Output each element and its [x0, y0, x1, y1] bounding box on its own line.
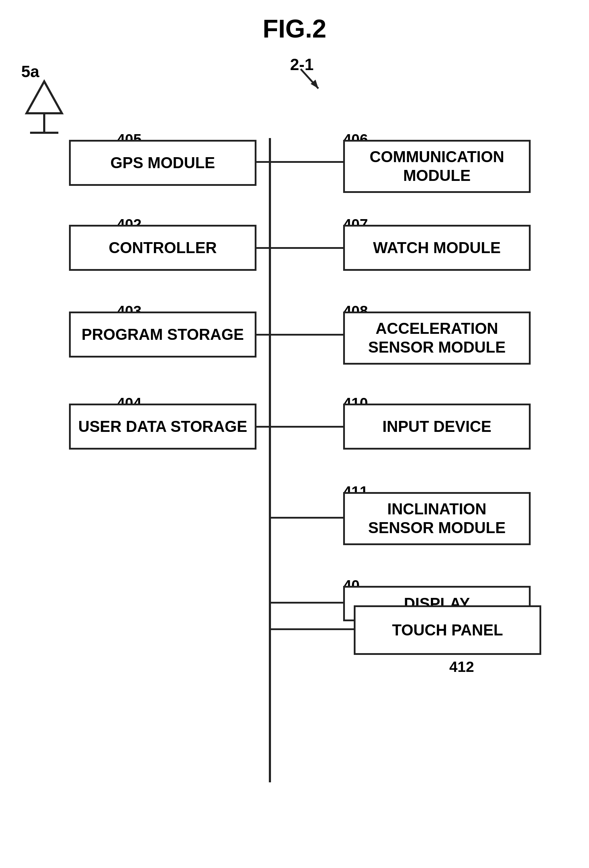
userdata-box: USER DATA STORAGE — [69, 403, 256, 450]
accel-module-label: ACCELERATIONSENSOR MODULE — [368, 319, 506, 357]
gps-module-box: GPS MODULE — [69, 140, 256, 186]
watch-bus-line — [270, 247, 343, 249]
userdata-label: USER DATA STORAGE — [78, 417, 247, 436]
comm-module-label: COMMUNICATIONMODULE — [370, 148, 504, 185]
program-bus-line — [256, 334, 271, 336]
accel-module-box: ACCELERATIONSENSOR MODULE — [343, 311, 531, 365]
comm-bus-line — [270, 161, 343, 163]
display-bus-line — [270, 602, 343, 604]
controller-bus-line — [256, 247, 271, 249]
program-storage-label: PROGRAM STORAGE — [82, 325, 244, 344]
controller-box: CONTROLLER — [69, 225, 256, 271]
figure-title: FIG.2 — [262, 14, 326, 43]
reference-arrow: 2-1 — [290, 55, 314, 74]
userdata-bus-line — [256, 426, 271, 428]
controller-label: CONTROLLER — [109, 239, 217, 257]
antenna-icon — [23, 78, 65, 134]
touch-ref: 412 — [449, 658, 474, 675]
watch-module-label: WATCH MODULE — [373, 239, 501, 257]
input-bus-line — [270, 426, 343, 428]
gps-bus-line — [256, 161, 271, 163]
watch-module-box: WATCH MODULE — [343, 225, 531, 271]
bus-line — [269, 138, 271, 782]
inclination-box: INCLINATIONSENSOR MODULE — [343, 492, 531, 545]
svg-marker-0 — [27, 81, 62, 113]
touch-panel-label: TOUCH PANEL — [392, 621, 503, 640]
gps-module-label: GPS MODULE — [110, 154, 215, 173]
touch-bus-line — [270, 628, 354, 630]
comm-module-box: COMMUNICATIONMODULE — [343, 140, 531, 193]
diagram: FIG.2 5a 2-1 405 GPS MODULE 406 COMMUNIC… — [0, 0, 589, 868]
program-storage-box: PROGRAM STORAGE — [69, 311, 256, 357]
touch-panel-box: TOUCH PANEL — [354, 605, 541, 655]
accel-bus-line — [270, 334, 343, 336]
inclination-bus-line — [270, 517, 343, 519]
inclination-label: INCLINATIONSENSOR MODULE — [368, 500, 506, 537]
input-device-label: INPUT DEVICE — [383, 417, 491, 436]
input-device-box: INPUT DEVICE — [343, 403, 531, 450]
